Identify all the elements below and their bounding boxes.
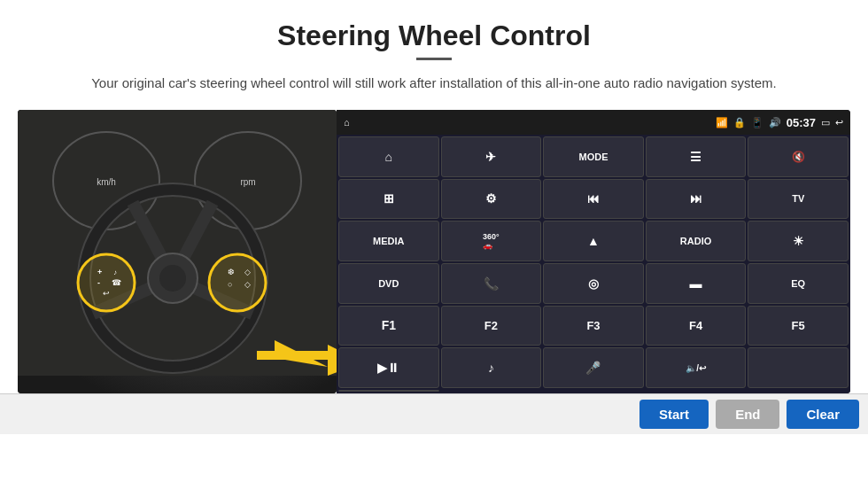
end-button[interactable]: End	[716, 400, 779, 429]
radio-panel: ⌂ 📶 🔒 📱 🔊 05:37 ▭ ↩ ⌂ ✈ MODE ☰ 🔇 ⊞ ⚙ ⏮	[337, 110, 850, 393]
status-bar: ⌂ 📶 🔒 📱 🔊 05:37 ▭ ↩	[337, 110, 850, 135]
start-button[interactable]: Start	[639, 400, 709, 429]
btn-prev[interactable]: ⏮	[543, 179, 644, 220]
subtitle: Your original car's steering wheel contr…	[0, 73, 868, 94]
btn-f5[interactable]: F5	[748, 306, 849, 346]
btn-360[interactable]: 360°🚗	[441, 221, 542, 261]
btn-home[interactable]: ⌂	[338, 136, 439, 177]
svg-text:-: -	[97, 278, 100, 287]
btn-f4[interactable]: F4	[646, 306, 747, 346]
svg-text:+: +	[97, 268, 102, 276]
back-icon: ↩	[835, 117, 843, 128]
btn-f1[interactable]: F1	[338, 306, 439, 346]
btn-radio[interactable]: RADIO	[646, 221, 747, 261]
svg-text:◇: ◇	[244, 280, 251, 289]
btn-list[interactable]: ☰	[646, 136, 747, 177]
lock-icon: 🔒	[733, 117, 746, 128]
title-underline	[416, 58, 452, 60]
wifi-icon: 📶	[716, 117, 728, 128]
btn-empty2	[338, 390, 439, 392]
svg-text:km/h: km/h	[97, 177, 116, 187]
time-display: 05:37	[787, 116, 816, 129]
svg-point-12	[159, 265, 186, 292]
svg-point-13	[78, 254, 135, 311]
btn-mute[interactable]: 🔇	[748, 136, 849, 177]
btn-eq[interactable]: EQ	[748, 263, 849, 304]
bottom-bar: Start End Clear	[0, 393, 868, 434]
page-title: Steering Wheel Control	[0, 0, 868, 58]
btn-phone[interactable]: 📞	[441, 263, 542, 304]
svg-text:❆: ❆	[228, 268, 235, 276]
home-icon: ⌂	[344, 117, 350, 128]
btn-mic[interactable]: 🎤	[543, 347, 644, 388]
car-image: km/h rpm + - ♪ ☎ ↩	[18, 110, 337, 393]
btn-dvd[interactable]: DVD	[338, 263, 439, 304]
sim-icon: 📱	[751, 117, 763, 128]
btn-settings[interactable]: ⚙	[441, 179, 542, 220]
svg-text:☎: ☎	[112, 278, 121, 287]
bluetooth-icon: 🔊	[769, 117, 781, 128]
svg-text:↩: ↩	[103, 289, 110, 298]
btn-f3[interactable]: F3	[543, 306, 644, 346]
status-bar-right: 📶 🔒 📱 🔊 05:37 ▭ ↩	[716, 116, 843, 129]
clear-button[interactable]: Clear	[787, 400, 859, 429]
btn-eject[interactable]: ▲	[543, 221, 644, 261]
svg-text:rpm: rpm	[240, 177, 255, 187]
btn-music[interactable]: ♪	[441, 347, 542, 388]
btn-playpause[interactable]: ▶⏸	[338, 347, 439, 388]
svg-text:○: ○	[228, 280, 232, 289]
btn-brightness[interactable]: ☀	[748, 221, 849, 261]
btn-nav[interactable]: ✈	[441, 136, 542, 177]
btn-mode[interactable]: MODE	[543, 136, 644, 177]
btn-apps[interactable]: ⊞	[338, 179, 439, 220]
status-bar-left: ⌂	[344, 117, 350, 128]
screen-icon: ▭	[821, 117, 830, 128]
svg-point-19	[209, 254, 266, 311]
btn-f2[interactable]: F2	[441, 306, 542, 346]
btn-window[interactable]: ▬	[646, 263, 747, 304]
button-grid: ⌂ ✈ MODE ☰ 🔇 ⊞ ⚙ ⏮ ⏭ TV MEDIA 360°🚗 ▲ RA…	[337, 135, 850, 393]
content-area: km/h rpm + - ♪ ☎ ↩	[0, 110, 868, 393]
steering-wheel-svg: km/h rpm + - ♪ ☎ ↩	[18, 110, 337, 376]
btn-volmute[interactable]: 🔈/↩	[646, 347, 747, 388]
svg-text:◇: ◇	[244, 268, 251, 276]
btn-empty1	[748, 347, 849, 388]
svg-text:♪: ♪	[113, 268, 117, 276]
svg-marker-26	[328, 345, 337, 376]
btn-next[interactable]: ⏭	[646, 179, 747, 220]
btn-navi[interactable]: ◎	[543, 263, 644, 304]
btn-tv[interactable]: TV	[748, 179, 849, 220]
svg-rect-25	[257, 351, 328, 360]
btn-media[interactable]: MEDIA	[338, 221, 439, 261]
